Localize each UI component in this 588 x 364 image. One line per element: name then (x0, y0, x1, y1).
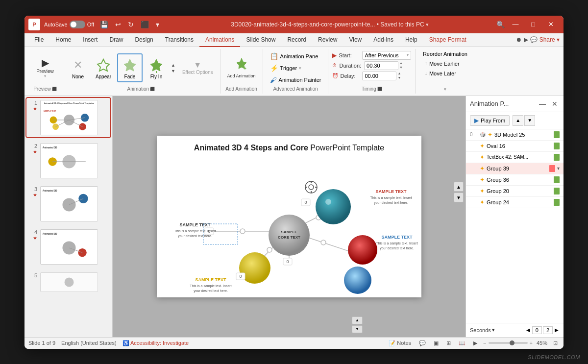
animation-pane-collapse-button[interactable]: — (537, 99, 548, 109)
anim-item-group39[interactable]: ✦ Group 39 ▾ (466, 163, 564, 174)
tab-addins[interactable]: Add-ins (368, 33, 399, 47)
anim-item-type-1: 🎲 (480, 132, 486, 137)
delay-up-icon[interactable]: ▲ (397, 72, 401, 75)
ribbon-collapse-icon[interactable]: ▾ (444, 87, 446, 92)
anim-item-dropdown-4[interactable]: ▾ (557, 166, 560, 171)
tab-shape-format[interactable]: Shape Format (423, 33, 472, 47)
slide-thumb-1[interactable]: 1 ★ Animated 3D 4 Steps and Core PowerPo… (26, 98, 110, 137)
record-btn[interactable]: ⏺ (516, 36, 522, 43)
anim-item-group36[interactable]: ✦ Group 36 (466, 174, 564, 186)
tab-insert[interactable]: Insert (77, 33, 103, 47)
delay-value[interactable]: 00.00 (362, 72, 396, 80)
animation-painter-button[interactable]: 🖌 Animation Painter (267, 74, 324, 85)
anim-item-textbox[interactable]: ✦ TextBox 42: SAM... (466, 152, 564, 163)
restore-button[interactable]: □ (524, 16, 542, 33)
accessibility-button[interactable]: ♿ Accessibility: Investigate (122, 340, 189, 346)
tab-animations[interactable]: Animations (199, 33, 240, 47)
zoom-slider[interactable] (489, 342, 528, 344)
animation-pane-button[interactable]: 📋 Animation Pane (267, 51, 321, 62)
share-btn[interactable]: Share ▾ (539, 36, 560, 43)
start-control[interactable]: After Previous ▾ (362, 51, 411, 60)
bottom-scroll-up-button[interactable]: ▲ (352, 316, 363, 324)
slide-thumb-3[interactable]: 3 ★ Animated 3D (26, 184, 110, 223)
tab-design[interactable]: Design (129, 33, 159, 47)
seconds-selector[interactable]: Seconds ▾ (470, 327, 495, 333)
start-value[interactable]: After Previous ▾ (362, 51, 411, 60)
effect-options-button[interactable]: ▼ Effect Options (179, 59, 216, 77)
bottom-scroll-down-button[interactable]: ▼ (352, 325, 363, 333)
notes-button[interactable]: 📝 Notes (387, 340, 413, 347)
slide-thumb-4[interactable]: 4 ★ Animated 3D (26, 227, 110, 267)
undo-icon[interactable]: ↩ (113, 20, 123, 29)
duration-down-icon[interactable]: ▼ (399, 66, 403, 70)
duration-value[interactable]: 00.30 (364, 61, 398, 70)
tab-view[interactable]: View (343, 33, 368, 47)
time-next-button[interactable]: ▶ (554, 326, 560, 334)
animation-appear-button[interactable]: Appear (92, 54, 115, 81)
comments-button[interactable]: 💬 (417, 340, 428, 347)
autosave-toggle[interactable] (70, 21, 85, 28)
anim-item-group24[interactable]: ✦ Group 24 (466, 197, 564, 208)
move-earlier-button[interactable]: ↑ Move Earlier (423, 60, 462, 68)
scroll-up-button[interactable]: ▲ (454, 182, 464, 192)
animation-scroll-buttons[interactable]: ▲ ▼ (171, 63, 175, 73)
tab-draw[interactable]: Draw (103, 33, 129, 47)
fit-slide-button[interactable]: ⊡ (551, 340, 560, 347)
animation-fade-button[interactable]: Fade (117, 53, 143, 82)
duration-spinners[interactable]: ▲ ▼ (399, 61, 403, 70)
zoom-in-icon[interactable]: + (530, 340, 533, 346)
preview-expand-icon[interactable]: ⬛ (52, 87, 57, 91)
zoom-out-icon[interactable]: − (483, 340, 486, 346)
tab-record[interactable]: Record (281, 33, 312, 47)
delay-down-icon[interactable]: ▼ (397, 76, 401, 80)
search-icon[interactable]: 🔍 (494, 20, 507, 29)
anim-item-group20[interactable]: ✦ Group 20 (466, 186, 564, 197)
slide-canvas: Animated 3D 4 Steps and Core PowerPoint … (157, 136, 421, 297)
animation-pane-footer: Seconds ▾ ◀ 0 2 ▶ (466, 323, 564, 337)
add-animation-button[interactable]: + Add Animation (224, 55, 259, 81)
play-next-button[interactable]: ▼ (524, 115, 535, 126)
timing-expand-icon[interactable]: ⬛ (377, 87, 382, 91)
duration-up-icon[interactable]: ▲ (399, 61, 403, 65)
move-later-button[interactable]: ↓ Move Later (423, 70, 458, 77)
svg-text:SAMPLE TEXT: SAMPLE TEXT (381, 235, 413, 240)
reading-view-button[interactable]: 📖 (457, 340, 467, 347)
tab-review[interactable]: Review (312, 33, 343, 47)
tab-help[interactable]: Help (399, 33, 423, 47)
tab-transitions[interactable]: Transitions (159, 33, 199, 47)
play-prev-button[interactable]: ▲ (513, 115, 523, 126)
trigger-button[interactable]: ⚡ Trigger ▾ (267, 63, 304, 73)
tab-file[interactable]: File (28, 33, 49, 47)
duration-control: 00.30 ▲ ▼ (364, 61, 403, 70)
save-icon[interactable]: 💾 (98, 20, 110, 29)
presenter-icon[interactable]: ⬛ (139, 20, 151, 29)
slideshow-button[interactable]: ▶ (471, 340, 479, 347)
animation-pane-close-button[interactable]: ✕ (550, 99, 560, 109)
close-button[interactable]: ✕ (542, 16, 560, 33)
minimize-button[interactable]: — (507, 16, 524, 33)
time-prev-button[interactable]: ◀ (525, 326, 531, 334)
slide-thumb-5[interactable]: 5 (26, 270, 110, 294)
slide-thumb-2[interactable]: 2 ★ Animated 3D (26, 141, 110, 180)
preview-icon: ▶ (42, 58, 49, 68)
tab-slideshow[interactable]: Slide Show (240, 33, 281, 47)
redo-icon[interactable]: ↻ (126, 20, 136, 29)
anim-item-3d-model[interactable]: 0 🎲 ✦ 3D Model 25 (466, 129, 564, 141)
autosave-state: Off (87, 22, 94, 27)
more-icon[interactable]: ▾ (154, 20, 161, 29)
present-btn[interactable]: ▶ (524, 36, 528, 43)
tab-home[interactable]: Home (49, 33, 77, 47)
scroll-down-button[interactable]: ▼ (454, 193, 464, 202)
normal-view-button[interactable]: ▣ (432, 340, 441, 347)
slide-sorter-button[interactable]: ⊞ (444, 340, 453, 347)
play-from-button[interactable]: ▶ Play From (470, 115, 510, 126)
anim-item-star-1: ✦ (488, 131, 492, 138)
animation-expand-icon[interactable]: ⬛ (150, 87, 155, 91)
delay-spinners[interactable]: ▲ ▼ (397, 72, 401, 80)
preview-button[interactable]: ▶ Preview ▾ (32, 56, 58, 80)
animation-flyin-button[interactable]: Fly In (145, 54, 168, 81)
comment-btn[interactable]: 💬 (530, 36, 538, 43)
anim-item-oval[interactable]: ✦ Oval 16 (466, 141, 564, 152)
animation-none-button[interactable]: ✕ None (66, 54, 90, 81)
vertical-scroll-arrows: ▲ ▼ (454, 182, 464, 202)
